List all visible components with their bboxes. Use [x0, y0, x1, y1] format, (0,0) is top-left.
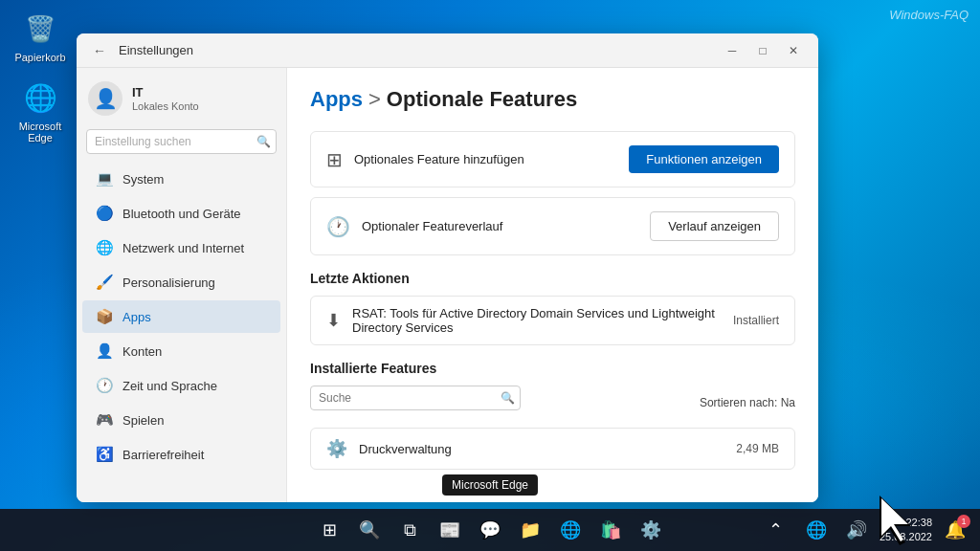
sidebar-item-network[interactable]: 🌐 Netzwerk und Internet — [82, 231, 280, 264]
edge-desktop-icon[interactable]: 🌐 Microsoft Edge — [10, 78, 71, 143]
window-controls: ─ □ ✕ — [719, 39, 807, 62]
settings-window: ← Einstellungen ─ □ ✕ 👤 IT Lokales Konto — [77, 33, 818, 502]
taskbar-clock[interactable]: 22:38 25.08.2022 — [880, 516, 932, 545]
recent-action-item: ⬇ RSAT: Tools für Active Directory Domai… — [310, 296, 795, 345]
edge-desktop-label: Microsoft Edge — [10, 121, 71, 143]
sidebar-item-system-label: System — [122, 172, 164, 187]
back-button[interactable]: ← — [88, 39, 111, 62]
installed-features-section: Installierte Features 🔍 Sortieren nach: … — [310, 361, 795, 470]
installed-search-input[interactable] — [310, 386, 521, 410]
installed-search-container: 🔍 — [310, 386, 521, 410]
sidebar-item-personalisierung-label: Personalisierung — [122, 276, 215, 290]
close-button[interactable]: ✕ — [780, 39, 807, 62]
sidebar-item-network-label: Netzwerk und Internet — [122, 241, 244, 255]
druckverwaltung-icon: ⚙️ — [326, 438, 347, 459]
edge-tooltip: Microsoft Edge — [442, 474, 538, 496]
add-feature-label: Optionales Feature hinzufügen — [354, 152, 524, 166]
taskbar-search-button[interactable]: 🔍 — [352, 513, 387, 547]
sound-tray-button[interactable]: 🔊 — [839, 513, 874, 547]
minimize-button[interactable]: ─ — [719, 39, 746, 62]
feature-history-label: Optionaler Featureverlauf — [362, 219, 502, 233]
window-title: Einstellungen — [119, 43, 719, 57]
notification-button[interactable]: 🔔 1 — [938, 513, 972, 547]
sidebar-item-spielen[interactable]: 🎮 Spielen — [82, 404, 280, 436]
sidebar-item-system[interactable]: 💻 System — [82, 163, 280, 195]
breadcrumb-current: Optionale Features — [387, 87, 577, 112]
add-feature-card: ⊞ Optionales Feature hinzufügen Funktion… — [310, 131, 795, 187]
recycle-bin-icon[interactable]: 🗑️ Papierkorb — [10, 10, 71, 63]
network-tray-button[interactable]: 🌐 — [799, 513, 834, 547]
edge-taskbar-button[interactable]: 🌐 — [553, 513, 588, 547]
sidebar-item-apps-label: Apps — [122, 310, 151, 324]
feature-history-button[interactable]: Verlauf anzeigen — [650, 211, 779, 241]
taskbar: ⊞ 🔍 ⧉ 📰 💬 📁 🌐 🛍️ ⚙️ ⌃ 🌐 🔊 22:38 25.08.20… — [0, 509, 980, 551]
sort-label: Sortieren nach: Na — [700, 396, 795, 409]
system-icon: 💻 — [96, 170, 113, 187]
sidebar-item-zeit-label: Zeit und Sprache — [122, 379, 217, 393]
user-name: IT — [132, 85, 199, 101]
user-role: Lokales Konto — [132, 100, 199, 112]
sidebar-item-bluetooth-label: Bluetooth und Geräte — [122, 207, 241, 221]
clock-time: 22:38 — [880, 516, 932, 530]
taskbar-center: ⊞ 🔍 ⧉ 📰 💬 📁 🌐 🛍️ ⚙️ — [312, 513, 668, 547]
installed-item-size: 2,49 MB — [736, 442, 779, 455]
bluetooth-icon: 🔵 — [96, 205, 113, 222]
chat-button[interactable]: 💬 — [473, 513, 507, 547]
desktop: Windows-FAQ 🗑️ Papierkorb 🌐 Microsoft Ed… — [0, 0, 980, 551]
personalisierung-icon: 🖌️ — [96, 274, 113, 291]
installed-search-icon: 🔍 — [501, 391, 515, 405]
add-feature-icon: ⊞ — [326, 148, 343, 171]
breadcrumb: Apps > Optionale Features — [310, 87, 795, 112]
add-feature-button[interactable]: Funktionen anzeigen — [629, 145, 779, 173]
barrierefreiheit-icon: ♿ — [96, 446, 113, 463]
watermark-text: Windows-FAQ — [889, 8, 969, 22]
breadcrumb-separator: > — [368, 87, 381, 112]
user-avatar: 👤 — [88, 81, 122, 116]
recent-action-status: Installiert — [733, 314, 779, 327]
installed-item-left: ⚙️ Druckverwaltung — [326, 438, 452, 459]
settings-search-input[interactable] — [86, 129, 277, 154]
settings-taskbar-button[interactable]: ⚙️ — [634, 513, 668, 547]
feature-history-left: 🕐 Optionaler Featureverlauf — [326, 215, 502, 238]
taskbar-right: ⌃ 🌐 🔊 22:38 25.08.2022 🔔 1 — [759, 513, 972, 547]
recycle-bin-label: Papierkorb — [14, 52, 65, 63]
sidebar-item-barrierefreiheit[interactable]: ♿ Barrierefreiheit — [82, 438, 280, 471]
installed-feature-item: ⚙️ Druckverwaltung 2,49 MB — [310, 428, 795, 470]
recycle-bin-image: 🗑️ — [21, 10, 59, 48]
sidebar-item-apps[interactable]: 📦 Apps — [82, 300, 280, 333]
search-icon: 🔍 — [256, 135, 271, 148]
sidebar-item-bluetooth[interactable]: 🔵 Bluetooth und Geräte — [82, 197, 280, 230]
file-explorer-button[interactable]: 📁 — [513, 513, 547, 547]
sidebar-item-spielen-label: Spielen — [122, 413, 164, 428]
konten-icon: 👤 — [96, 342, 113, 360]
desktop-icons: 🗑️ Papierkorb 🌐 Microsoft Edge — [10, 10, 71, 143]
history-icon: 🕐 — [326, 215, 350, 238]
spielen-icon: 🎮 — [96, 411, 113, 429]
recent-action-label: RSAT: Tools für Active Directory Domain … — [352, 306, 733, 335]
breadcrumb-parent[interactable]: Apps — [310, 87, 363, 112]
recent-action-left: ⬇ RSAT: Tools für Active Directory Domai… — [326, 306, 733, 335]
sidebar-item-konten[interactable]: 👤 Konten — [82, 335, 280, 367]
sidebar-item-konten-label: Konten — [122, 344, 162, 359]
installed-header-row: 🔍 Sortieren nach: Na — [310, 386, 795, 420]
apps-icon: 📦 — [96, 308, 113, 325]
feature-history-card: 🕐 Optionaler Featureverlauf Verlauf anze… — [310, 197, 795, 255]
installed-item-label: Druckverwaltung — [359, 442, 452, 456]
sidebar-item-zeit[interactable]: 🕐 Zeit und Sprache — [82, 369, 280, 402]
maximize-button[interactable]: □ — [749, 39, 776, 62]
main-content: Apps > Optionale Features ⊞ Optionales F… — [287, 68, 818, 502]
sidebar-item-barrierefreiheit-label: Barrierefreiheit — [122, 448, 204, 462]
widgets-button[interactable]: 📰 — [433, 513, 467, 547]
tray-arrow-button[interactable]: ⌃ — [759, 513, 793, 547]
clock-date: 25.08.2022 — [880, 530, 932, 544]
add-feature-left: ⊞ Optionales Feature hinzufügen — [326, 148, 524, 171]
notification-badge: 1 — [957, 515, 970, 528]
edge-desktop-image: 🌐 — [21, 78, 59, 117]
store-taskbar-button[interactable]: 🛍️ — [593, 513, 628, 547]
sidebar-item-personalisierung[interactable]: 🖌️ Personalisierung — [82, 266, 280, 298]
start-button[interactable]: ⊞ — [312, 513, 346, 547]
recent-actions-header: Letzte Aktionen — [310, 271, 795, 286]
task-view-button[interactable]: ⧉ — [392, 513, 427, 547]
sidebar: 👤 IT Lokales Konto 🔍 💻 System — [77, 68, 287, 502]
network-icon: 🌐 — [96, 239, 113, 256]
